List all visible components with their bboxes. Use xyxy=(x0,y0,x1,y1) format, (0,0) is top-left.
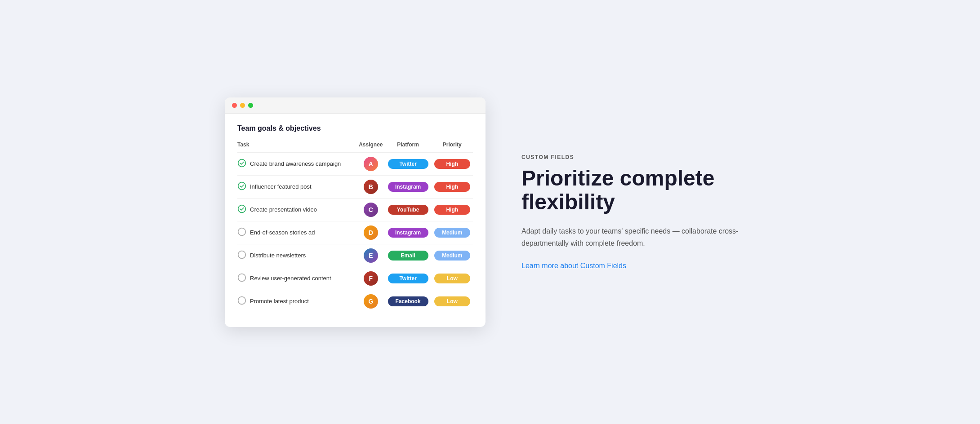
close-dot xyxy=(232,103,237,108)
platform-badge: Instagram xyxy=(388,182,428,192)
col-header-task: Task xyxy=(237,141,357,153)
svg-point-3 xyxy=(238,228,246,235)
page-container: Team goals & objectives Task Assignee Pl… xyxy=(175,71,805,354)
check-icon xyxy=(237,227,246,238)
task-cell: Distribute newsletters xyxy=(237,250,357,261)
platform-badge: Instagram xyxy=(388,228,428,238)
task-name: Create brand awareness campaign xyxy=(250,160,341,167)
task-cell: End-of-season stories ad xyxy=(237,227,357,238)
priority-badge: High xyxy=(434,182,470,192)
minimize-dot xyxy=(240,103,245,108)
avatar: E xyxy=(364,248,378,263)
table-row: Create brand awareness campaign A Twitte… xyxy=(237,152,473,175)
window-title: Team goals & objectives xyxy=(237,124,473,132)
platform-badge: Twitter xyxy=(388,159,428,169)
table-row: Review user-generated content F Twitter … xyxy=(237,267,473,290)
avatar: F xyxy=(364,271,378,286)
avatar: A xyxy=(364,157,378,171)
platform-badge: YouTube xyxy=(388,205,428,215)
priority-badge: Low xyxy=(434,274,470,283)
avatar: D xyxy=(364,225,378,240)
check-icon xyxy=(237,204,246,215)
table-row: End-of-season stories ad D Instagram Med… xyxy=(237,221,473,244)
priority-badge: Low xyxy=(434,296,470,306)
table-row: Influencer featured post B Instagram Hig… xyxy=(237,175,473,198)
check-icon xyxy=(237,250,246,261)
task-cell: Create presentation video xyxy=(237,204,357,215)
learn-more-link[interactable]: Learn more about Custom Fields xyxy=(521,262,626,269)
platform-badge: Facebook xyxy=(388,296,428,306)
svg-point-4 xyxy=(238,251,246,258)
info-panel: CUSTOM FIELDS Prioritize complete flexib… xyxy=(521,154,755,270)
col-header-priority: Priority xyxy=(432,141,473,153)
task-table: Task Assignee Platform Priority Create b… xyxy=(237,141,473,313)
main-heading: Prioritize complete flexibility xyxy=(521,167,755,214)
task-name: End-of-season stories ad xyxy=(250,229,315,236)
task-name: Review user-generated content xyxy=(250,275,331,282)
task-name: Promote latest product xyxy=(250,298,309,305)
table-row: Distribute newsletters E Email Medium xyxy=(237,244,473,267)
svg-point-6 xyxy=(238,296,246,304)
task-cell: Influencer featured post xyxy=(237,181,357,192)
section-label: CUSTOM FIELDS xyxy=(521,154,755,160)
task-name: Influencer featured post xyxy=(250,183,312,190)
description-text: Adapt daily tasks to your teams' specifi… xyxy=(521,225,755,249)
col-header-assignee: Assignee xyxy=(357,141,385,153)
priority-badge: Medium xyxy=(434,228,470,238)
check-icon xyxy=(237,159,246,169)
task-name: Create presentation video xyxy=(250,206,317,213)
svg-point-2 xyxy=(238,205,246,212)
priority-badge: High xyxy=(434,205,470,215)
avatar: C xyxy=(364,203,378,217)
table-row: Promote latest product G Facebook Low xyxy=(237,290,473,313)
table-row: Create presentation video C YouTube High xyxy=(237,198,473,221)
avatar: G xyxy=(364,294,378,309)
app-window: Team goals & objectives Task Assignee Pl… xyxy=(225,97,486,327)
check-icon xyxy=(237,296,246,307)
window-content: Team goals & objectives Task Assignee Pl… xyxy=(225,114,486,327)
svg-point-5 xyxy=(238,274,246,281)
task-cell: Create brand awareness campaign xyxy=(237,159,357,169)
platform-badge: Twitter xyxy=(388,274,428,283)
priority-badge: High xyxy=(434,159,470,169)
task-cell: Promote latest product xyxy=(237,296,357,307)
maximize-dot xyxy=(248,103,253,108)
task-name: Distribute newsletters xyxy=(250,252,306,259)
avatar: B xyxy=(364,180,378,194)
svg-point-1 xyxy=(238,182,246,190)
task-cell: Review user-generated content xyxy=(237,273,357,284)
check-icon xyxy=(237,181,246,192)
svg-point-0 xyxy=(238,159,246,167)
col-header-platform: Platform xyxy=(385,141,432,153)
priority-badge: Medium xyxy=(434,251,470,261)
window-titlebar xyxy=(225,97,486,114)
platform-badge: Email xyxy=(388,251,428,261)
check-icon xyxy=(237,273,246,284)
